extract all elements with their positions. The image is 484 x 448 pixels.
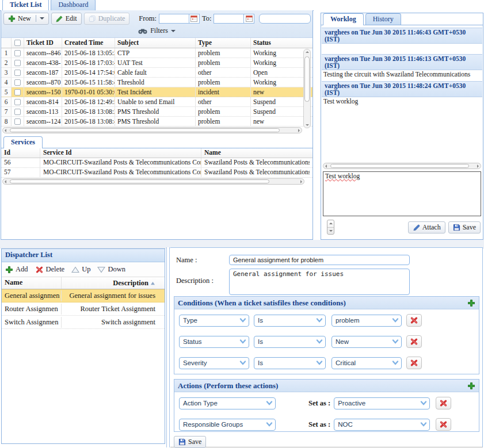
condition-operator-select[interactable]: Is: [254, 357, 326, 369]
main-tab-bar: Ticket List Dashboard: [0, 0, 314, 11]
spinner-up-icon[interactable]: [327, 220, 334, 228]
list-item[interactable]: Router Assignmen Router Ticket Assignmen…: [2, 303, 165, 316]
condition-value-select[interactable]: Critical: [331, 357, 402, 369]
services-horizontal-scrollbar[interactable]: [2, 178, 304, 185]
save-icon: [453, 224, 460, 231]
chevron-down-icon: [392, 317, 401, 323]
panel-splitter[interactable]: [166, 247, 170, 447]
action-value-select[interactable]: NOC: [334, 419, 430, 431]
worklog-save-button[interactable]: Save: [448, 221, 481, 233]
ticket-grid-header: Ticket ID Created Time Subject Type Stat…: [1, 38, 312, 48]
worklog-spinner[interactable]: [327, 220, 334, 235]
table-row[interactable]: 8 seacom--124 2015-06-18 13:08:41 PMS Th…: [1, 117, 312, 127]
col-service-id[interactable]: Service Id: [40, 148, 201, 158]
dispatcher-grid-header: Name Description: [2, 277, 165, 289]
to-date-input[interactable]: [214, 14, 243, 24]
condition-row: Severity Is Critical: [179, 357, 474, 369]
table-row[interactable]: 2 seacom-438- 2015-06-18 17:03:41 UAT Te…: [1, 58, 312, 68]
up-button[interactable]: Up: [71, 265, 90, 274]
row-checkbox[interactable]: [12, 68, 24, 77]
col-created-time[interactable]: Created Time: [62, 38, 115, 48]
table-row[interactable]: 5 seacom--150 1970-01-01 05:30:00 Test I…: [1, 87, 312, 97]
col-id[interactable]: Id: [1, 148, 40, 158]
down-button[interactable]: Down: [97, 265, 125, 274]
condition-value-select[interactable]: problem: [331, 315, 402, 327]
row-checkbox[interactable]: [12, 48, 24, 58]
row-checkbox[interactable]: [12, 78, 24, 87]
row-checkbox[interactable]: [12, 97, 24, 106]
table-row[interactable]: 57 MO-CIRCUIT-Swaziland Posts & Telecomm…: [1, 168, 312, 178]
row-checkbox[interactable]: [12, 107, 24, 116]
from-date-input[interactable]: [159, 14, 189, 24]
condition-value-select[interactable]: New: [331, 336, 402, 348]
col-subject[interactable]: Subject: [115, 38, 196, 48]
condition-operator-select[interactable]: Is: [254, 336, 326, 348]
name-field[interactable]: [229, 255, 410, 265]
action-value-select[interactable]: Proactive: [334, 397, 430, 409]
ticket-grid-horizontal-scrollbar[interactable]: [2, 127, 302, 133]
table-row[interactable]: 1 seacom--846 2015-06-18 13:05:37 CTP pr…: [1, 48, 312, 58]
duplicate-button[interactable]: Duplicate: [84, 13, 130, 25]
tab-history[interactable]: History: [365, 13, 401, 25]
chevron-down-icon: [316, 339, 325, 344]
new-button[interactable]: New: [3, 13, 49, 25]
col-status[interactable]: Status: [251, 38, 303, 48]
description-field[interactable]: General assignment for issues: [229, 269, 410, 295]
condition-field-select[interactable]: Type: [179, 315, 249, 327]
add-button[interactable]: Add: [5, 265, 28, 274]
col-name[interactable]: Name: [2, 277, 62, 289]
from-calendar-button[interactable]: [189, 14, 200, 24]
from-date-field: [159, 14, 200, 24]
ticket-grid-vertical-scrollbar[interactable]: [303, 49, 311, 128]
condition-operator-select[interactable]: Is: [254, 315, 326, 327]
condition-field-select[interactable]: Severity: [179, 357, 249, 369]
chevron-down-icon[interactable]: [171, 30, 176, 35]
services-grid-header: Id Service Id Name: [1, 148, 312, 158]
list-item[interactable]: General assignmen General assignment for…: [2, 289, 165, 303]
filters-label[interactable]: Filters: [150, 26, 168, 35]
action-type-select[interactable]: Responsible Groups: [179, 419, 276, 431]
remove-condition-button[interactable]: [406, 357, 422, 369]
condition-field-select[interactable]: Status: [179, 336, 249, 348]
action-type-select[interactable]: Action Type: [179, 397, 276, 409]
attach-button[interactable]: Attach: [408, 221, 445, 233]
to-calendar-button[interactable]: [243, 14, 254, 24]
select-all-checkbox[interactable]: [12, 38, 24, 48]
tab-dashboard[interactable]: Dashboard: [51, 0, 96, 10]
search-input[interactable]: [259, 14, 311, 24]
tab-ticket-list[interactable]: Ticket List: [2, 0, 49, 11]
spinner-down-icon[interactable]: [327, 228, 334, 235]
edit-button[interactable]: Edit: [51, 13, 82, 25]
table-row[interactable]: 56 MO-CIRCUIT-Swaziland Posts & Telecomm…: [1, 158, 312, 168]
row-checkbox[interactable]: [12, 87, 24, 97]
delete-button[interactable]: Delete: [35, 265, 65, 274]
add-action-button[interactable]: [467, 382, 475, 390]
add-condition-button[interactable]: [467, 299, 475, 307]
list-item[interactable]: Switch Assignmen Switch assignment: [2, 316, 165, 329]
tab-services[interactable]: Services: [3, 136, 43, 148]
worklog-entry-body: [322, 44, 482, 51]
col-ticket-id[interactable]: Ticket ID: [24, 38, 62, 48]
worklog-horizontal-scrollbar[interactable]: [323, 163, 481, 169]
remove-action-button[interactable]: [436, 397, 451, 409]
remove-action-button[interactable]: [436, 418, 451, 431]
dispatcher-toolbar: Add Delete Up Down: [2, 262, 165, 277]
col-description[interactable]: Description: [62, 277, 158, 289]
col-name[interactable]: Name: [201, 148, 310, 158]
remove-condition-button[interactable]: [406, 314, 422, 327]
chevron-down-icon: [392, 339, 401, 344]
row-checkbox[interactable]: [12, 58, 24, 67]
table-row[interactable]: 6 seacom-814 2015-06-18 12:49:52 Unable …: [1, 97, 312, 107]
tab-worklog[interactable]: Worklog: [323, 13, 364, 25]
ticket-grid-body: 1 seacom--846 2015-06-18 13:05:37 CTP pr…: [1, 48, 312, 127]
chevron-down-icon: [392, 360, 401, 366]
table-row[interactable]: 4 seacom--870 2015-06-15 11:58:42 Thresh…: [1, 78, 312, 87]
table-row[interactable]: 3 seacom-187 2015-06-14 17:54:02 Cable f…: [1, 68, 312, 78]
remove-condition-button[interactable]: [406, 335, 422, 348]
save-button[interactable]: Save: [174, 436, 206, 448]
row-checkbox[interactable]: [12, 117, 24, 126]
table-row[interactable]: 7 seacom-113 2015-06-18 13:08:23 PMS Thr…: [1, 107, 312, 117]
col-type[interactable]: Type: [196, 38, 251, 48]
worklog-input[interactable]: Test worklog: [323, 171, 481, 216]
save-icon: [178, 438, 186, 446]
